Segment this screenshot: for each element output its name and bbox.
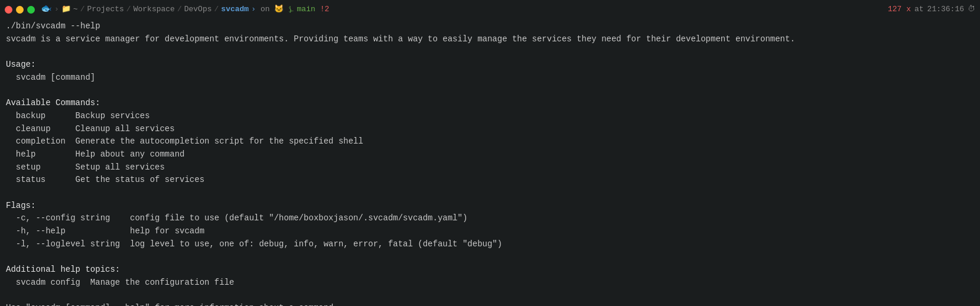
usage-header: Usage: — [6, 58, 974, 71]
command-item: cleanup Cleanup all services — [6, 123, 974, 136]
sep3: / — [177, 4, 182, 15]
window-controls — [5, 6, 35, 14]
command-item: completion Generate the autocompletion s… — [6, 135, 974, 148]
path-devops: DevOps — [184, 4, 212, 15]
close-button[interactable] — [5, 6, 12, 14]
command-item: backup Backup services — [6, 110, 974, 123]
prompt-chevron: › — [251, 4, 256, 15]
minimize-button[interactable] — [16, 6, 24, 14]
flag-item: -l, --loglevel string log level to use, … — [6, 238, 974, 251]
path-home: ~ — [73, 4, 78, 15]
empty-line-5 — [6, 289, 974, 302]
command-item: help Help about any command — [6, 148, 974, 161]
git-icon: 🐱 — [274, 4, 284, 15]
terminal-window: 🐟 › 📁 ~ / Projects / Workspace / DevOps … — [0, 0, 980, 306]
terminal-body: ./bin/svcadm --help svcadm is a service … — [0, 19, 980, 306]
branch-icon: ⍼ — [289, 4, 294, 15]
sep2: / — [126, 4, 131, 15]
empty-line-1 — [6, 45, 974, 58]
empty-line-2 — [6, 84, 974, 97]
titlebar: 🐟 › 📁 ~ / Projects / Workspace / DevOps … — [0, 0, 980, 19]
at-label: at — [914, 4, 924, 15]
status-right: 127 x at 21:36:16 ⏱ — [888, 4, 975, 15]
clock-icon: ⏱ — [968, 4, 975, 15]
folder-icon: 📁 — [61, 4, 71, 15]
command-item: status Get the status of services — [6, 174, 974, 187]
additional-item: svcadm config Manage the configuration f… — [6, 276, 974, 289]
command-line: ./bin/svcadm --help — [6, 20, 974, 33]
time-display: 21:36:16 — [927, 4, 964, 15]
sep4: / — [214, 4, 219, 15]
flags-list: -c, --config string config file to use (… — [6, 212, 974, 250]
path-svcadm: svcadm — [221, 4, 249, 15]
path-projects: Projects — [87, 4, 123, 15]
flags-header: Flags: — [6, 200, 974, 213]
footer-line: Use "svcadm [command] --help" for more i… — [6, 302, 974, 306]
sep1: / — [80, 4, 85, 15]
command-item: setup Setup all services — [6, 161, 974, 174]
additional-header: Additional help topics: — [6, 263, 974, 276]
path-workspace: Workspace — [134, 4, 175, 15]
flag-item: -h, --help help for svcadm — [6, 225, 974, 238]
empty-line-4 — [6, 250, 974, 263]
git-status: !2 — [320, 4, 330, 15]
commands-list: backup Backup services cleanup Cleanup a… — [6, 110, 974, 187]
empty-line-3 — [6, 187, 974, 200]
maximize-button[interactable] — [27, 6, 35, 14]
title-path: 🐟 › 📁 ~ / Projects / Workspace / DevOps … — [41, 3, 329, 17]
additional-list: svcadm config Manage the configuration f… — [6, 276, 974, 289]
usage-cmd: svcadm [command] — [6, 71, 974, 84]
exit-code: 127 x — [888, 4, 911, 15]
flag-item: -c, --config string config file to use (… — [6, 212, 974, 225]
branch-name: main — [297, 4, 315, 15]
shell-icon: 🐟 — [41, 3, 52, 17]
on-label: on — [261, 4, 270, 15]
available-header: Available Commands: — [6, 97, 974, 110]
description-line: svcadm is a service manager for developm… — [6, 33, 974, 46]
